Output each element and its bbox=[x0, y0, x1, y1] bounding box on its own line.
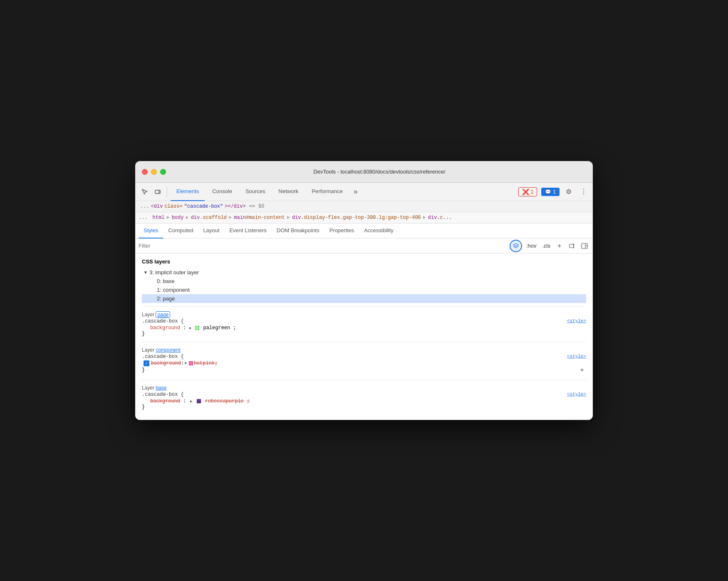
rule-component-footer: } + bbox=[142, 366, 586, 375]
dom-tag-open: <div bbox=[151, 204, 163, 209]
dom-attr-value: "cascade-box" bbox=[184, 204, 223, 209]
rule-page-selector: .cascade-box { bbox=[142, 318, 184, 324]
tab-styles[interactable]: Styles bbox=[139, 223, 163, 238]
dom-ellipsis: ... bbox=[140, 204, 149, 209]
sub-layer-1-label: 1: component bbox=[157, 287, 190, 293]
inspect-icon[interactable] bbox=[139, 186, 150, 198]
sub-layer-1[interactable]: 1: component bbox=[142, 286, 586, 294]
device-toggle-icon[interactable] bbox=[152, 186, 163, 198]
info-badge[interactable]: 💬 1 bbox=[541, 188, 560, 196]
sub-layer-2[interactable]: 2: page bbox=[142, 294, 586, 303]
prop-page-semi: ; bbox=[233, 325, 236, 331]
prop-component-semi: ; bbox=[215, 360, 218, 366]
styles-tabs: Styles Computed Layout Event Listeners D… bbox=[135, 223, 593, 238]
prop-page-background-name: background bbox=[150, 325, 180, 331]
rule-base-selector: .cascade-box { bbox=[142, 392, 184, 397]
prop-page-arrow[interactable]: ► bbox=[189, 326, 191, 330]
tab-accessibility[interactable]: Accessibility bbox=[359, 223, 399, 238]
add-style-button[interactable]: + bbox=[555, 241, 565, 251]
maximize-button[interactable] bbox=[160, 169, 166, 175]
breadcrumb-body[interactable]: body bbox=[170, 214, 186, 221]
breadcrumb-main[interactable]: main#main-content bbox=[232, 214, 286, 221]
rule-page-selector-line: .cascade-box { <style> bbox=[142, 318, 586, 324]
pseudo-class-button[interactable]: :hov bbox=[525, 242, 538, 250]
rule-base-source[interactable]: <style> bbox=[567, 392, 586, 397]
tab-sources[interactable]: Sources bbox=[240, 183, 271, 201]
outer-layer-label: 3: implicit outer layer bbox=[149, 269, 199, 276]
breadcrumb-scaffold[interactable]: div.scaffold bbox=[189, 214, 228, 221]
breadcrumb-html[interactable]: html bbox=[151, 214, 166, 221]
rule-component-properties: ✓ background : ► hotpink ; bbox=[142, 360, 586, 366]
error-badge[interactable]: ❌ 1 bbox=[518, 187, 537, 196]
tab-computed[interactable]: Computed bbox=[163, 223, 198, 238]
prop-page-value: palegreen bbox=[203, 325, 230, 331]
rule-base-properties: background : ► rebeccapurple ; bbox=[142, 398, 586, 404]
breadcrumb-div-flex[interactable]: div.display-flex.gap-top-300.lg:gap-top-… bbox=[290, 214, 423, 221]
rule-component-source[interactable]: <style> bbox=[567, 354, 586, 359]
close-button[interactable] bbox=[142, 169, 148, 175]
layer-component-label: Layer component bbox=[142, 345, 586, 354]
more-tabs-button[interactable]: » bbox=[350, 183, 361, 201]
dom-dollar: $0 bbox=[258, 204, 264, 209]
section-divider-2 bbox=[142, 342, 586, 342]
error-count: 1 bbox=[531, 189, 534, 195]
filter-input[interactable] bbox=[139, 243, 507, 249]
prop-base-value: rebeccapurple bbox=[205, 398, 244, 404]
prop-component-background-name: background bbox=[151, 360, 181, 366]
prop-base-swatch[interactable] bbox=[197, 399, 201, 403]
new-style-rule-button[interactable] bbox=[567, 241, 577, 251]
rule-block-base: Layer base .cascade-box { <style> backgr… bbox=[142, 383, 586, 410]
section-divider-3 bbox=[142, 380, 586, 380]
rule-block-component: Layer component .cascade-box { <style> ✓… bbox=[142, 345, 586, 375]
layers-icon[interactable] bbox=[510, 240, 522, 252]
info-icon: 💬 bbox=[545, 189, 551, 195]
breadcrumb-div-last[interactable]: div.c... bbox=[426, 214, 454, 221]
titlebar: DevTools - localhost:8080/docs/devtools/… bbox=[135, 161, 593, 183]
layer-base-link[interactable]: base bbox=[156, 385, 166, 391]
add-property-button[interactable]: + bbox=[578, 366, 586, 375]
layer-page-link[interactable]: page bbox=[156, 311, 170, 318]
layer-base-label: Layer base bbox=[142, 383, 586, 392]
window-title: DevTools - localhost:8080/docs/devtools/… bbox=[173, 169, 586, 175]
tab-performance[interactable]: Performance bbox=[306, 183, 348, 201]
rule-page-properties: background : ► palegreen ; bbox=[142, 325, 586, 331]
rule-component-selector-line: .cascade-box { <style> bbox=[142, 354, 586, 360]
layer-component-link[interactable]: component bbox=[156, 347, 180, 353]
styles-content: CSS layers ▼ 3: implicit outer layer 0: … bbox=[135, 253, 593, 420]
info-count: 1 bbox=[553, 189, 556, 195]
tab-layout[interactable]: Layout bbox=[198, 223, 224, 238]
toggle-sidebar-button[interactable] bbox=[579, 241, 589, 251]
prop-page-colon: : bbox=[183, 325, 189, 331]
rule-page-close: } bbox=[142, 331, 586, 337]
prop-base-background-name: background bbox=[150, 398, 180, 404]
tab-dom-breakpoints[interactable]: DOM Breakpoints bbox=[272, 223, 324, 238]
dom-tag-close: ></div> bbox=[225, 204, 245, 209]
css-layers-heading: CSS layers bbox=[142, 258, 586, 265]
rule-page-source[interactable]: <style> bbox=[567, 318, 586, 323]
more-options-icon[interactable]: ⋮ bbox=[578, 186, 589, 198]
prop-component-swatch[interactable] bbox=[189, 361, 193, 365]
minimize-button[interactable] bbox=[151, 169, 157, 175]
section-divider-1 bbox=[142, 306, 586, 307]
settings-icon[interactable]: ⚙ bbox=[563, 186, 574, 198]
tab-network[interactable]: Network bbox=[273, 183, 305, 201]
outer-layer-item[interactable]: ▼ 3: implicit outer layer bbox=[142, 268, 586, 277]
prop-page-swatch[interactable] bbox=[195, 326, 199, 330]
tab-properties[interactable]: Properties bbox=[324, 223, 359, 238]
sub-layer-0[interactable]: 0: base bbox=[142, 277, 586, 286]
tab-event-listeners[interactable]: Event Listeners bbox=[224, 223, 272, 238]
prop-base-arrow[interactable]: ► bbox=[190, 400, 192, 404]
devtools-window: DevTools - localhost:8080/docs/devtools/… bbox=[135, 161, 593, 420]
prop-base-colon: : bbox=[183, 398, 186, 404]
tab-elements[interactable]: Elements bbox=[171, 183, 205, 201]
prop-component-value: hotpink bbox=[194, 360, 215, 366]
class-button[interactable]: .cls bbox=[541, 242, 552, 250]
tab-console[interactable]: Console bbox=[206, 183, 238, 201]
prop-component-arrow[interactable]: ► bbox=[185, 361, 187, 365]
rule-component-close: } bbox=[142, 367, 145, 373]
prop-component-checkbox[interactable]: ✓ bbox=[144, 360, 149, 366]
rule-component-selector: .cascade-box { bbox=[142, 354, 184, 360]
devtools-container: Elements Console Sources Network Perform… bbox=[135, 183, 593, 420]
main-toolbar: Elements Console Sources Network Perform… bbox=[135, 183, 593, 201]
dom-selected-element: ... <div class="cascade-box" ></div> == … bbox=[135, 201, 593, 212]
